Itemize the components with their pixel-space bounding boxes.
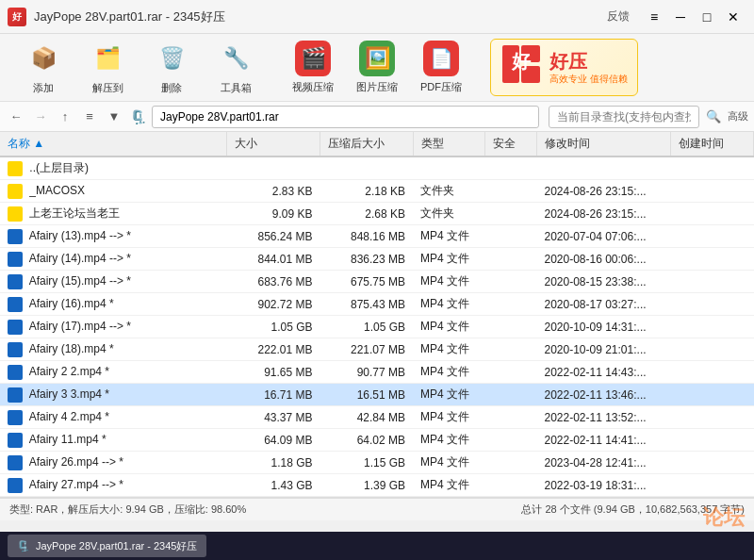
- cell-compressed: 2.18 KB: [320, 180, 414, 203]
- cell-modified: 2023-04-28 12:41:...: [536, 452, 670, 474]
- cell-modified: 2022-02-11 14:43:...: [536, 361, 670, 384]
- list-view-button[interactable]: ≡: [79, 107, 100, 127]
- cell-modified: 2022-02-11 14:41:...: [536, 429, 670, 452]
- minimize-button[interactable]: ─: [667, 6, 694, 28]
- add-label: 添加: [33, 81, 54, 95]
- cell-name: Afairy (15).mp4 --> *: [0, 271, 227, 293]
- video-compress-icon: 🎬: [295, 41, 331, 76]
- image-compress-button[interactable]: 🖼️ 图片压缩: [347, 39, 407, 97]
- cell-safe: [485, 429, 537, 452]
- table-row[interactable]: Afairy 27.mp4 --> * 1.43 GB 1.39 GB MP4 …: [0, 474, 754, 497]
- advanced-search-button[interactable]: 高级: [728, 109, 748, 124]
- cell-size: 1.05 GB: [227, 316, 320, 338]
- cell-created: [671, 203, 754, 225]
- col-header-compressed[interactable]: 压缩后大小: [320, 132, 414, 156]
- file-type-icon: [8, 342, 23, 357]
- search-input[interactable]: [549, 106, 699, 128]
- file-name: Afairy (13).mp4 --> *: [29, 229, 131, 242]
- cell-modified: 2024-08-26 23:15:...: [536, 180, 670, 203]
- table-row[interactable]: Afairy (16).mp4 * 902.72 MB 875.43 MB MP…: [0, 293, 754, 316]
- cell-size: 91.65 MB: [227, 361, 320, 384]
- table-row[interactable]: Afairy (18).mp4 * 222.01 MB 221.07 MB MP…: [0, 338, 754, 361]
- cell-safe: [485, 156, 537, 180]
- cell-created: [671, 474, 754, 497]
- cell-compressed: 64.02 MB: [320, 429, 414, 452]
- table-row[interactable]: Afairy 4 2.mp4 * 43.37 MB 42.84 MB MP4 文…: [0, 406, 754, 429]
- table-row[interactable]: Afairy (13).mp4 --> * 856.24 MB 848.16 M…: [0, 225, 754, 248]
- file-type-icon: [8, 320, 23, 335]
- col-header-size[interactable]: 大小: [227, 132, 320, 156]
- table-header-row: 名称 ▲ 大小 压缩后大小 类型 安全 修改时间 创建时间: [0, 132, 754, 156]
- up-button[interactable]: ↑: [55, 107, 75, 127]
- add-button[interactable]: 📦 添加: [13, 39, 74, 97]
- extract-button[interactable]: 🗂️ 解压到: [77, 39, 138, 97]
- search-button[interactable]: 🔍: [703, 107, 724, 127]
- col-header-safe[interactable]: 安全: [485, 132, 537, 156]
- file-type-icon: [8, 365, 23, 380]
- cell-type: MP4 文件: [413, 248, 485, 271]
- cell-created: [671, 271, 754, 293]
- logo-sub: 高效专业 值得信赖: [549, 73, 628, 86]
- svg-text:好: 好: [511, 51, 532, 72]
- cell-safe: [485, 225, 537, 248]
- table-row[interactable]: Afairy 3 3.mp4 * 16.71 MB 16.51 MB MP4 文…: [0, 384, 754, 406]
- col-header-name[interactable]: 名称 ▲: [0, 132, 227, 156]
- table-row[interactable]: Afairy 11.mp4 * 64.09 MB 64.02 MB MP4 文件…: [0, 429, 754, 452]
- dropdown-button[interactable]: ▼: [104, 107, 124, 127]
- taskbar-icon: 🗜️: [17, 540, 30, 552]
- table-row[interactable]: Afairy (15).mp4 --> * 683.76 MB 675.75 M…: [0, 271, 754, 293]
- tools-button[interactable]: 🔧 工具箱: [205, 39, 266, 97]
- table-row[interactable]: 上老王论坛当老王 9.09 KB 2.68 KB 文件夹 2024-08-26 …: [0, 203, 754, 225]
- cell-compressed: 16.51 MB: [320, 384, 414, 406]
- cell-created: [671, 248, 754, 271]
- col-header-created[interactable]: 创建时间: [671, 132, 754, 156]
- cell-name: Afairy (18).mp4 *: [0, 338, 227, 361]
- table-row[interactable]: Afairy (14).mp4 --> * 844.01 MB 836.23 M…: [0, 248, 754, 271]
- cell-modified: 2020-08-15 23:38:...: [536, 271, 670, 293]
- back-button[interactable]: ←: [6, 107, 26, 127]
- pdf-compress-button[interactable]: 📄 PDF压缩: [411, 39, 471, 97]
- extract-icon: 🗂️: [89, 40, 126, 77]
- file-type-icon: [8, 274, 23, 289]
- table-row[interactable]: ..(上层目录): [0, 156, 754, 180]
- table-row[interactable]: Afairy (17).mp4 --> * 1.05 GB 1.05 GB MP…: [0, 316, 754, 338]
- table-row[interactable]: Afairy 2 2.mp4 * 91.65 MB 90.77 MB MP4 文…: [0, 361, 754, 384]
- cell-safe: [485, 293, 537, 316]
- feedback-label[interactable]: 反馈: [607, 8, 630, 25]
- taskbar-label: JayPope 28V.part01.rar - 2345好压: [36, 539, 197, 553]
- path-input[interactable]: [152, 106, 539, 128]
- video-compress-label: 视频压缩: [292, 80, 334, 94]
- cell-name: Afairy 3 3.mp4 *: [0, 384, 227, 406]
- cell-created: [671, 180, 754, 203]
- file-type-icon: [8, 387, 23, 403]
- cell-compressed: 90.77 MB: [320, 361, 414, 384]
- window-title: JayPope 28V.part01.rar - 2345好压: [34, 8, 607, 25]
- file-type-icon: [8, 410, 23, 425]
- file-name: Afairy 2 2.mp4 *: [29, 365, 109, 378]
- taskbar-item-archive[interactable]: 🗜️ JayPope 28V.part01.rar - 2345好压: [8, 535, 206, 557]
- delete-button[interactable]: 🗑️ 删除: [141, 39, 202, 97]
- cell-type: MP4 文件: [413, 406, 485, 429]
- cell-type: MP4 文件: [413, 474, 485, 497]
- maximize-button[interactable]: □: [694, 6, 720, 28]
- video-compress-button[interactable]: 🎬 视频压缩: [283, 39, 343, 97]
- hamburger-menu[interactable]: ≡: [641, 6, 667, 28]
- archive-icon: 🗜️: [130, 109, 146, 124]
- col-header-type[interactable]: 类型: [413, 132, 485, 156]
- table-row[interactable]: _MACOSX 2.83 KB 2.18 KB 文件夹 2024-08-26 2…: [0, 180, 754, 203]
- app-icon: 好: [8, 8, 26, 26]
- file-type-icon: [8, 206, 23, 222]
- tools-icon: 🔧: [217, 40, 254, 77]
- table-row[interactable]: Afairy 26.mp4 --> * 1.18 GB 1.15 GB MP4 …: [0, 452, 754, 474]
- cell-size: 2.83 KB: [227, 180, 320, 203]
- close-button[interactable]: ✕: [720, 6, 746, 28]
- cell-safe: [485, 384, 537, 406]
- cell-safe: [485, 203, 537, 225]
- cell-type: MP4 文件: [413, 361, 485, 384]
- cell-compressed: 836.23 MB: [320, 248, 414, 271]
- cell-compressed: 675.75 MB: [320, 271, 414, 293]
- cell-size: [227, 156, 320, 180]
- status-bar: 类型: RAR，解压后大小: 9.94 GB，压缩比: 98.60% 总计 28…: [0, 498, 754, 520]
- col-header-modified[interactable]: 修改时间: [536, 132, 670, 156]
- cell-type: 文件夹: [413, 180, 485, 203]
